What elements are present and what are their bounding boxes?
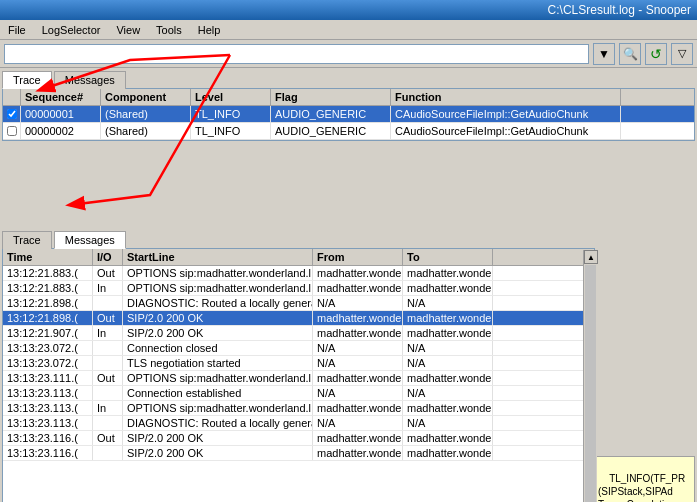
lower-table-row[interactable]: 13:13:23.113.( Connection established N/… <box>3 386 594 401</box>
cell-flag: AUDIO_GENERIC <box>271 123 391 139</box>
header-from: From <box>313 249 403 265</box>
scroll-thumb[interactable] <box>585 265 596 502</box>
lower-cell-start: SIP/2.0 200 OK <box>123 326 313 340</box>
lower-cell-to: madhatter.wonderla <box>403 401 493 415</box>
lower-cell-io <box>93 296 123 310</box>
row-checkbox[interactable] <box>3 106 21 122</box>
lower-cell-to: N/A <box>403 386 493 400</box>
lower-cell-io: Out <box>93 266 123 280</box>
cell-func: CAudioSourceFileImpl::GetAudioChunk <box>391 123 621 139</box>
toolbar: ▼ 🔍 ↺ ▽ <box>0 40 697 68</box>
lower-table-row[interactable]: 13:13:23.072.( Connection closed N/A N/A <box>3 341 594 356</box>
refresh-btn[interactable]: ↺ <box>645 43 667 65</box>
upper-section: Trace Messages Sequence# Component Level… <box>0 68 697 228</box>
upper-tab-bar: Trace Messages <box>0 68 697 88</box>
lower-table-row[interactable]: 13:13:23.116.( SIP/2.0 200 OK madhatter.… <box>3 446 594 461</box>
lower-cell-io <box>93 356 123 370</box>
menu-logselector[interactable]: LogSelector <box>38 23 105 37</box>
lower-cell-time: 13:12:21.898.( <box>3 296 93 310</box>
lower-cell-to: madhatter.wonderla <box>403 371 493 385</box>
lower-table-row[interactable]: 13:12:21.898.( Out SIP/2.0 200 OK madhat… <box>3 311 594 326</box>
lower-cell-from: madhatter.wonderla <box>313 431 403 445</box>
lower-cell-from: N/A <box>313 386 403 400</box>
lower-cell-start: SIP/2.0 200 OK <box>123 431 313 445</box>
lower-left: Trace Messages Time I/O StartLine From T… <box>0 228 597 502</box>
lower-cell-to: madhatter.wonderla <box>403 311 493 325</box>
lower-cell-start: OPTIONS sip:madhatter.wonderland.l <box>123 266 313 280</box>
cell-comp: (Shared) <box>101 106 191 122</box>
lower-cell-time: 13:12:21.898.( <box>3 311 93 325</box>
lower-cell-start: OPTIONS sip:madhatter.wonderland.l <box>123 371 313 385</box>
lower-cell-to: N/A <box>403 356 493 370</box>
lower-table-header: Time I/O StartLine From To <box>3 249 594 266</box>
lower-table-row[interactable]: 13:13:23.113.( DIAGNOSTIC: Routed a loca… <box>3 416 594 431</box>
lower-cell-to: madhatter.wonderla <box>403 446 493 460</box>
lower-cell-time: 13:12:21.883.( <box>3 281 93 295</box>
header-io: I/O <box>93 249 123 265</box>
lower-cell-to: N/A <box>403 341 493 355</box>
lower-cell-time: 13:13:23.116.( <box>3 431 93 445</box>
lower-cell-start: OPTIONS sip:madhatter.wonderland.l <box>123 281 313 295</box>
detail-text: TL_INFO(TF_PR (SIPStack,SIPAd Trace-Corr… <box>598 473 685 502</box>
tab-trace-lower[interactable]: Trace <box>2 231 52 249</box>
menu-file[interactable]: File <box>4 23 30 37</box>
header-function: Function <box>391 89 621 105</box>
dropdown-btn[interactable]: ▼ <box>593 43 615 65</box>
lower-table-row[interactable]: 13:12:21.898.( DIAGNOSTIC: Routed a loca… <box>3 296 594 311</box>
lower-cell-from: N/A <box>313 296 403 310</box>
lower-cell-start: DIAGNOSTIC: Routed a locally genera <box>123 296 313 310</box>
lower-table-row[interactable]: 13:12:21.883.( Out OPTIONS sip:madhatter… <box>3 266 594 281</box>
table-row[interactable]: 00000002 (Shared) TL_INFO AUDIO_GENERIC … <box>3 123 694 140</box>
header-time: Time <box>3 249 93 265</box>
scroll-up-btn[interactable]: ▲ <box>584 250 598 264</box>
menu-view[interactable]: View <box>112 23 144 37</box>
lower-cell-start: TLS negotiation started <box>123 356 313 370</box>
lower-cell-time: 13:12:21.883.( <box>3 266 93 280</box>
menu-tools[interactable]: Tools <box>152 23 186 37</box>
header-flag: Flag <box>271 89 391 105</box>
lower-cell-io: In <box>93 326 123 340</box>
lower-cell-start: Connection closed <box>123 341 313 355</box>
lower-table-row[interactable]: 13:12:21.907.( In SIP/2.0 200 OK madhatt… <box>3 326 594 341</box>
lower-cell-io <box>93 416 123 430</box>
menu-bar: File LogSelector View Tools Help <box>0 20 697 40</box>
lower-cell-start: SIP/2.0 200 OK <box>123 446 313 460</box>
row-checkbox[interactable] <box>3 123 21 139</box>
lower-cell-time: 13:12:21.907.( <box>3 326 93 340</box>
lower-cell-from: madhatter.wonderla <box>313 311 403 325</box>
header-check <box>3 89 21 105</box>
cell-flag: AUDIO_GENERIC <box>271 106 391 122</box>
lower-cell-to: N/A <box>403 296 493 310</box>
main-area: Trace Messages Time I/O StartLine From T… <box>0 228 697 502</box>
lower-tab-bar: Trace Messages <box>0 228 597 248</box>
header-component: Component <box>101 89 191 105</box>
tab-trace-upper[interactable]: Trace <box>2 71 52 89</box>
lower-cell-io: In <box>93 281 123 295</box>
tab-messages-lower[interactable]: Messages <box>54 231 126 249</box>
lower-cell-time: 13:13:23.113.( <box>3 386 93 400</box>
scrollbar[interactable]: ▲ ▼ <box>583 250 597 502</box>
lower-cell-from: madhatter.wonderla <box>313 446 403 460</box>
tab-messages-upper[interactable]: Messages <box>54 71 126 89</box>
menu-help[interactable]: Help <box>194 23 225 37</box>
filter-btn[interactable]: ▽ <box>671 43 693 65</box>
lower-cell-from: madhatter.wonderla <box>313 281 403 295</box>
lower-table-row[interactable]: 13:12:21.883.( In OPTIONS sip:madhatter.… <box>3 281 594 296</box>
lower-cell-start: Connection established <box>123 386 313 400</box>
lower-cell-io: In <box>93 401 123 415</box>
search-btn[interactable]: 🔍 <box>619 43 641 65</box>
lower-cell-io <box>93 446 123 460</box>
title-text: C:\CLSresult.log - Snooper <box>548 3 691 17</box>
lower-cell-time: 13:13:23.072.( <box>3 356 93 370</box>
lower-table-row[interactable]: 13:13:23.116.( Out SIP/2.0 200 OK madhat… <box>3 431 594 446</box>
header-sequence: Sequence# <box>21 89 101 105</box>
lower-cell-to: madhatter.wonderla <box>403 326 493 340</box>
lower-table-row[interactable]: 13:13:23.113.( In OPTIONS sip:madhatter.… <box>3 401 594 416</box>
lower-table-row[interactable]: 13:13:23.072.( TLS negotiation started N… <box>3 356 594 371</box>
lower-table-row[interactable]: 13:13:23.111.( Out OPTIONS sip:madhatter… <box>3 371 594 386</box>
search-input[interactable] <box>4 44 589 64</box>
lower-cell-from: madhatter.wonderla <box>313 266 403 280</box>
table-row[interactable]: 00000001 (Shared) TL_INFO AUDIO_GENERIC … <box>3 106 694 123</box>
title-bar: C:\CLSresult.log - Snooper <box>0 0 697 20</box>
lower-cell-start: OPTIONS sip:madhatter.wonderland.l <box>123 401 313 415</box>
